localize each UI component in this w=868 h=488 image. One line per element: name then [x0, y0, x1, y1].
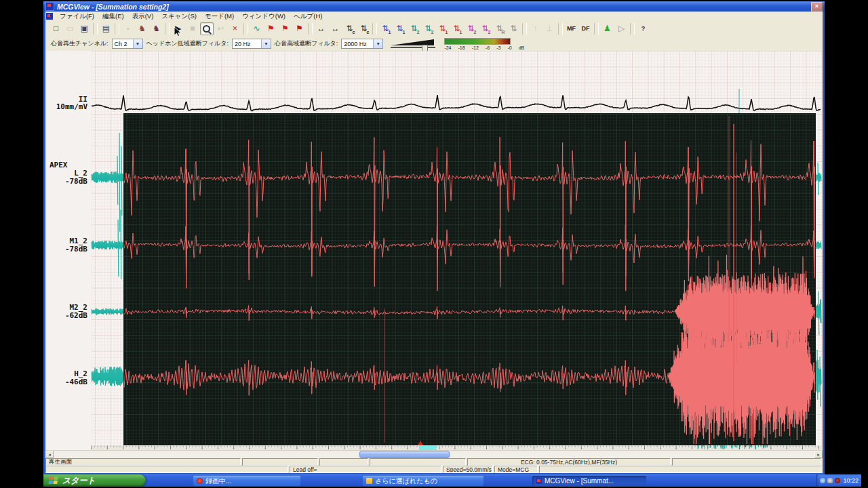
toolbar-help-button[interactable]: ? [637, 22, 650, 35]
toolbar-scale-down-1-button[interactable]: ⇅1 [393, 22, 407, 35]
waveform-canvas[interactable] [47, 51, 823, 450]
toolbar-print-button[interactable]: ▤ [100, 22, 113, 35]
toolbar: □▭▣▤▪♞♞▶■↩×∿⚑⚑⚑↔↔⇅c⇅c⇅1⇅1⇅2⇅2⇅1⇅1⇅2⇅2⇅R⇅… [45, 20, 823, 37]
toolbar-zoom-icon[interactable] [200, 22, 214, 35]
toolbar-stop-button: ■ [186, 22, 199, 35]
lowcut-filter-label: ヘッドホン低域遮断フィルタ: [146, 39, 229, 48]
menu-item-1[interactable]: 編集(E) [98, 12, 128, 20]
toolbar-save-button[interactable]: ▣ [78, 22, 92, 35]
status-lead-off: Lead off= [290, 466, 441, 473]
toolbar-scale-up-3-button[interactable]: ⇅1 [436, 22, 450, 35]
meter-tick-label: -18 [458, 45, 465, 50]
menu-item-3[interactable]: スキャン(S) [157, 12, 201, 20]
toolbar-scale-down-3-button[interactable]: ⇅1 [450, 22, 464, 35]
close-button[interactable]: × [811, 2, 823, 12]
title-bar[interactable]: MCGView - [Summation setting2] × [43, 1, 825, 12]
taskbar: スタート 録画中...さらに選ばれたものMCGView - [Summat...… [43, 474, 861, 487]
status-playback: 再生画面 [45, 458, 241, 466]
toolbar-person-button[interactable]: ♟ [601, 22, 614, 35]
toolbar-pointer-button[interactable]: ▷ [615, 22, 629, 35]
channel-label-H_2: H_2 [47, 370, 87, 378]
toolbar-separator [594, 23, 599, 35]
toolbar-expand-horizontal-button[interactable]: ↔ [315, 22, 328, 35]
toolbar-scale-down-common-button[interactable]: ⇅c [357, 22, 371, 35]
menu-bar: ファイル(F)編集(E)表示(V)スキャン(S)モード(M)ウィンドウ(W)ヘル… [45, 12, 823, 21]
device-icon[interactable] [827, 478, 833, 483]
toolbar-flag-3-button[interactable]: ⚑ [293, 22, 307, 35]
toolbar-open-file-button: ▭ [64, 22, 77, 35]
toolbar-df-filter-button[interactable]: DF [579, 22, 593, 35]
menu-item-6[interactable]: ヘルプ(H) [290, 12, 326, 20]
chevron-down-icon[interactable]: ▼ [261, 39, 271, 48]
volume-track[interactable] [391, 47, 435, 48]
menu-item-0[interactable]: ファイル(F) [56, 12, 98, 20]
channel-label-L_2: L_2 [47, 169, 87, 177]
toolbar-separator [115, 23, 119, 35]
meter-tick-label: -12 [472, 45, 479, 50]
toolbar-flag-1-button[interactable]: ⚑ [264, 22, 278, 35]
toolbar-separator [372, 23, 377, 35]
toolbar-separator [558, 23, 563, 35]
playback-channel-label: 心音再生チャンネル: [51, 39, 108, 48]
toolbar-scale-down-r-button[interactable]: ⇅ [507, 22, 521, 35]
status-empty-4 [672, 458, 821, 466]
app-icon [45, 2, 54, 11]
volume-icon[interactable] [820, 478, 825, 483]
toolbar-scale-up-r-button[interactable]: ⇅R [493, 22, 507, 35]
toolbar-flag-2-button[interactable]: ⚑ [279, 22, 292, 35]
volume-slider[interactable] [391, 39, 435, 48]
taskbar-task-2[interactable]: MCGView - [Summat... [532, 476, 646, 486]
toolbar-scale-down-2-button[interactable]: ⇅2 [422, 22, 435, 35]
toolbar-mf-filter-button[interactable]: MF [565, 22, 578, 35]
menu-item-5[interactable]: ウィンドウ(W) [238, 12, 290, 20]
status-empty-5 [45, 466, 288, 473]
window-border-right [823, 12, 825, 474]
scroll-left-button[interactable]: ◂ [45, 451, 54, 458]
taskbar-task-0[interactable]: 録画中... [193, 476, 300, 486]
toolbar-wave-marker-button[interactable]: ∿ [250, 22, 264, 35]
menu-item-2[interactable]: 表示(V) [128, 12, 158, 20]
meter-tick-label: -0 [507, 45, 511, 50]
record-tray-icon[interactable] [835, 478, 840, 483]
filter-bar: 心音再生チャンネル: Ch 2 ▼ ヘッドホン低域遮断フィルタ: 20 Hz ▼… [45, 37, 823, 52]
windows-logo-icon [48, 476, 60, 485]
status-empty-3 [370, 458, 466, 466]
toolbar-new-file-button[interactable]: □ [50, 22, 63, 35]
toolbar-small-marker-button: ▪ [121, 22, 135, 35]
scroll-thumb[interactable] [359, 451, 450, 458]
ecg-scale-label: 10mm/mV [47, 103, 87, 110]
meter-tick-label: dB [519, 45, 525, 50]
channel-gain-M1_2: -78dB [47, 245, 87, 253]
toolbar-arrow-up-button: ↑ [529, 22, 542, 35]
document-icon [46, 13, 53, 20]
level-meter-scale: -24-18-12-6-3-0dB [444, 45, 524, 50]
toolbar-scale-up-4-button[interactable]: ⇅2 [465, 22, 478, 35]
toolbar-scale-down-4-button[interactable]: ⇅2 [479, 22, 492, 35]
highcut-filter-label: 心音高域遮断フィルタ: [275, 39, 338, 48]
taskbar-task-1[interactable]: さらに選ばれたもの [363, 476, 484, 486]
toolbar-scale-up-common-button[interactable]: ⇅c [343, 22, 357, 35]
plot-view[interactable]: II 10mm/mV APEX L_2-78dBM1_2-78dBM2_2-62… [45, 51, 823, 473]
toolbar-compress-horizontal-button[interactable]: ↔ [329, 22, 342, 35]
clock[interactable]: 10:22 [843, 477, 859, 484]
highcut-filter-select[interactable]: 2000 Hz ▼ [341, 39, 383, 49]
chevron-down-icon[interactable]: ▼ [133, 39, 142, 48]
chevron-down-icon[interactable]: ▼ [373, 39, 382, 48]
channel-label-M1_2: M1_2 [47, 237, 87, 245]
toolbar-scale-up-2-button[interactable]: ⇅2 [408, 22, 421, 35]
toolbar-scale-up-1-button[interactable]: ⇅1 [379, 22, 393, 35]
playback-channel-select[interactable]: Ch 2 ▼ [112, 39, 143, 49]
horizontal-scrollbar[interactable]: ◂ ▸ [45, 450, 823, 458]
start-button[interactable]: スタート [43, 474, 146, 487]
toolbar-map-view-2-button[interactable]: ♞ [150, 22, 163, 35]
toolbar-separator [308, 23, 313, 35]
record-icon [197, 478, 203, 484]
meter-tick-label: -24 [444, 45, 451, 50]
lowcut-filter-select[interactable]: 20 Hz ▼ [232, 39, 271, 49]
toolbar-map-view-1-button[interactable]: ♞ [136, 22, 149, 35]
toolbar-delete-button[interactable]: × [229, 22, 242, 35]
scroll-right-button[interactable]: ▸ [814, 451, 823, 458]
system-tray: 10:22 [816, 474, 861, 487]
toolbar-undo-button: ↩ [214, 22, 228, 35]
menu-item-4[interactable]: モード(M) [201, 12, 238, 20]
